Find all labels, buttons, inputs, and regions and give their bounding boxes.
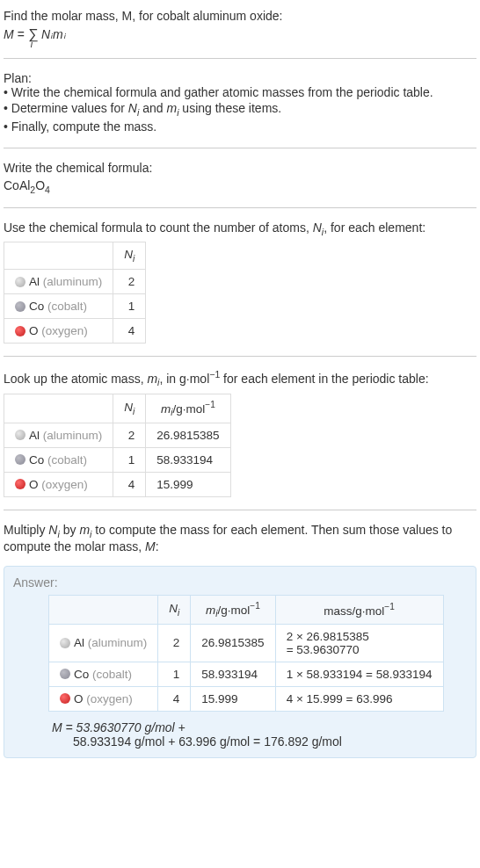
formula-prefix: M = xyxy=(4,27,28,41)
formula-part-c: O xyxy=(35,178,45,192)
el-name: (cobalt) xyxy=(47,300,87,313)
el-name: (aluminum) xyxy=(88,636,148,649)
m-cell: 15.999 xyxy=(146,472,230,496)
intro-line: Find the molar mass, M, for cobalt alumi… xyxy=(4,9,282,23)
cobalt-swatch-icon xyxy=(60,669,70,679)
n-cell: 1 xyxy=(113,447,146,472)
m-cell: 58.933194 xyxy=(191,662,275,686)
answer-inner: Ni mi/g·mol−1 mass/g·mol−1 Al (aluminum)… xyxy=(13,595,467,749)
el-name: (aluminum) xyxy=(43,275,103,288)
el-sym: Co xyxy=(29,453,44,467)
mass-table: Ni mi/g·mol−1 Al (aluminum) 2 26.9815385… xyxy=(4,394,231,497)
multiply-section: Multiply Ni by mi to compute the mass fo… xyxy=(4,517,476,559)
plan-b2-a: • Determine values for xyxy=(4,101,128,115)
oxygen-swatch-icon xyxy=(60,693,70,704)
n-cell: 2 xyxy=(113,423,146,447)
n-cell: 4 xyxy=(113,472,146,496)
formula-part-a: CoAl xyxy=(4,178,30,192)
sigma: ∑ xyxy=(28,26,38,41)
table-row: Al (aluminum) 2 26.9815385 xyxy=(4,423,231,447)
col-m: mi/g·mol−1 xyxy=(146,394,230,423)
mass-b: = 53.9630770 xyxy=(287,643,360,656)
n-cell: 4 xyxy=(113,319,146,344)
col-n-sub: i xyxy=(133,406,135,416)
element-cell: O (oxygen) xyxy=(4,472,113,496)
element-cell: Al (aluminum) xyxy=(4,270,113,294)
cobalt-swatch-icon xyxy=(15,454,25,465)
oxygen-swatch-icon xyxy=(15,479,25,489)
divider xyxy=(4,58,476,59)
col-n-sub: i xyxy=(178,607,179,617)
plan-section: Plan: • Write the chemical formula and g… xyxy=(4,66,476,141)
mul-mi: m xyxy=(79,523,90,537)
mul-b: by xyxy=(60,523,80,537)
element-cell: Co (cobalt) xyxy=(4,294,113,319)
table-row: Co (cobalt) 1 xyxy=(4,294,146,319)
col-m-sup: −1 xyxy=(205,400,215,409)
col-element xyxy=(49,595,158,624)
aluminum-swatch-icon xyxy=(15,430,25,440)
table-header-row: Ni xyxy=(4,242,146,270)
element-cell: O (oxygen) xyxy=(4,319,113,344)
col-mass-label: mass/g·mol xyxy=(324,604,384,617)
col-n-sym: N xyxy=(124,401,133,414)
n-cell: 4 xyxy=(158,686,191,711)
col-n-sym: N xyxy=(124,248,133,261)
mh-mi: m xyxy=(147,372,157,386)
aluminum-swatch-icon xyxy=(15,277,25,287)
formula-body: Nᵢmᵢ xyxy=(38,27,66,41)
table-row: Co (cobalt) 1 58.933194 xyxy=(4,447,231,472)
divider xyxy=(4,207,476,208)
col-mass-sup: −1 xyxy=(384,602,395,611)
col-m: mi/g·mol−1 xyxy=(191,595,275,624)
mass-heading: Look up the atomic mass, mi, in g·mol−1 … xyxy=(4,369,476,387)
plan-heading: Plan: xyxy=(4,71,476,85)
el-sym: Al xyxy=(29,275,40,288)
answer-label: Answer: xyxy=(13,575,467,590)
count-atoms-section: Use the chemical formula to count the nu… xyxy=(4,215,476,349)
mh-c: for each element in the periodic table: xyxy=(220,372,428,386)
chem-formula: CoAl2O4 xyxy=(4,178,476,195)
table-row: O (oxygen) 4 15.999 4 × 15.999 = 63.996 xyxy=(49,686,444,711)
plan-bullet-2: • Determine values for Ni and mi using t… xyxy=(4,101,476,118)
element-cell: Co (cobalt) xyxy=(4,447,113,472)
table-header-row: Ni mi/g·mol−1 xyxy=(4,394,231,423)
col-mass: mass/g·mol−1 xyxy=(275,595,443,624)
col-n-sub: i xyxy=(133,254,135,264)
el-sym: Al xyxy=(74,636,84,649)
table-row: Al (aluminum) 2 xyxy=(4,270,146,294)
mass-a: 2 × 26.9815385 xyxy=(287,630,369,643)
element-cell: Co (cobalt) xyxy=(49,662,158,686)
el-name: (oxygen) xyxy=(86,692,133,705)
mass-cell: 4 × 15.999 = 63.996 xyxy=(275,686,443,711)
answer-box: Answer: Ni mi/g·mol−1 mass/g·mol−1 Al (a… xyxy=(4,566,476,758)
col-m-unit: /g·mol xyxy=(173,401,206,415)
el-sym: Al xyxy=(29,429,40,442)
final-b: 58.933194 g/mol + 63.996 g/mol = 176.892… xyxy=(52,734,342,749)
el-name: (oxygen) xyxy=(41,478,88,491)
el-sym: Co xyxy=(29,300,44,313)
mass-cell: 2 × 26.9815385= 53.9630770 xyxy=(275,624,443,662)
n-cell: 1 xyxy=(158,662,191,686)
formula-part-d: 4 xyxy=(45,184,50,195)
plan-b2-ni: N xyxy=(128,101,137,115)
m-cell: 26.9815385 xyxy=(191,624,275,662)
m-cell: 26.9815385 xyxy=(146,423,230,447)
count-h-b: , for each element: xyxy=(324,221,425,235)
el-sym: Co xyxy=(74,668,89,681)
final-a: M = 53.9630770 g/mol + xyxy=(52,720,185,734)
col-m-sup: −1 xyxy=(250,601,260,611)
el-sym: O xyxy=(74,692,84,705)
col-element xyxy=(4,394,113,423)
col-m-sym: m xyxy=(161,401,171,415)
el-name: (aluminum) xyxy=(43,429,103,442)
intro-text: Find the molar mass, M, for cobalt alumi… xyxy=(4,9,476,23)
col-n-sym: N xyxy=(169,602,178,615)
table-header-row: Ni mi/g·mol−1 mass/g·mol−1 xyxy=(49,595,444,624)
divider xyxy=(4,356,476,357)
mh-a: Look up the atomic mass, xyxy=(4,372,147,386)
cobalt-swatch-icon xyxy=(15,301,25,312)
el-name: (oxygen) xyxy=(41,324,88,337)
aluminum-swatch-icon xyxy=(60,638,70,648)
el-sym: O xyxy=(29,478,39,491)
